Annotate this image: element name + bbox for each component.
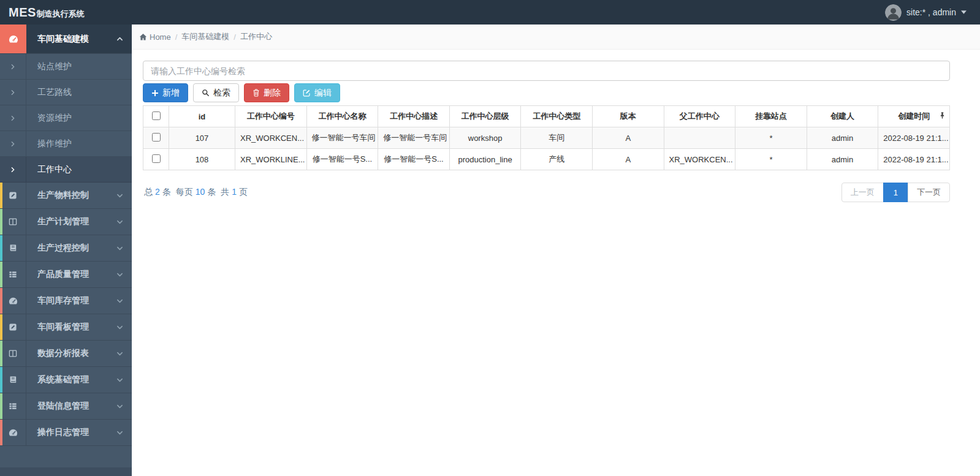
sidebar-group-label: 车间基础建模 — [37, 34, 116, 45]
sidebar-subitem-resource-maintenance[interactable]: 资源维护 — [0, 105, 132, 131]
column-header-creator[interactable]: 创建人 — [807, 106, 878, 127]
gauge-icon — [0, 25, 26, 53]
book-icon — [0, 235, 26, 261]
chevron-down-icon — [116, 403, 123, 410]
edit-icon — [303, 89, 311, 97]
cell-parent: XR_WORKCEN... — [664, 149, 735, 170]
book-icon — [0, 367, 26, 393]
sidebar-group-label: 生产过程控制 — [37, 243, 116, 254]
user-dropdown[interactable]: site:* , admin — [885, 4, 980, 21]
cell-type: 产线 — [521, 149, 593, 170]
cell-name: 修一智能一号车间 — [306, 127, 378, 149]
search-button[interactable]: 检索 — [193, 83, 239, 102]
sidebar-subitem-label: 资源维护 — [26, 105, 132, 130]
main-content: Home / 车间基础建模 / 工作中心 新增 — [132, 25, 980, 476]
edit-button[interactable]: 编辑 — [294, 83, 340, 102]
sidebar-group-workshop-inventory[interactable]: 车间库存管理 — [0, 288, 132, 314]
sidebar-subitem-label: 操作维护 — [26, 131, 132, 156]
chevron-down-icon — [116, 324, 123, 331]
column-header-code[interactable]: 工作中心编号 — [235, 106, 307, 127]
column-header-level[interactable]: 工作中心层级 — [449, 106, 521, 127]
sidebar-group-label: 车间看板管理 — [37, 322, 116, 333]
next-page-button[interactable]: 下一页 — [908, 183, 950, 202]
page-1-button[interactable]: 1 — [883, 183, 908, 202]
sidebar-group-data-analysis[interactable]: 数据分析报表 — [0, 341, 132, 367]
cell-level: workshop — [449, 127, 521, 149]
columns-icon — [0, 341, 26, 366]
sidebar-group-system-base[interactable]: 系统基础管理 — [0, 367, 132, 393]
select-all-checkbox[interactable] — [152, 111, 161, 120]
chevron-down-icon — [116, 245, 123, 252]
sidebar-subitem-operation-maintenance[interactable]: 操作维护 — [0, 131, 132, 157]
columns-icon — [0, 209, 26, 235]
cell-description: 修一智能一号车间 — [378, 127, 450, 149]
chevron-down-icon — [116, 377, 123, 383]
column-header-id[interactable]: id — [169, 106, 235, 127]
chevron-right-icon — [0, 131, 26, 156]
sidebar-subitem-label: 工艺路线 — [26, 80, 132, 105]
sidebar-group-workshop-kanban[interactable]: 车间看板管理 — [0, 314, 132, 341]
cell-parent — [664, 127, 735, 149]
pagination-summary: 总2条 每页10条 共1页 — [143, 187, 249, 198]
column-header-version[interactable]: 版本 — [592, 106, 664, 127]
breadcrumb-level2: 工作中心 — [240, 31, 272, 42]
column-header-name[interactable]: 工作中心名称 — [306, 106, 378, 127]
sidebar-group-production-material[interactable]: 生产物料控制 — [0, 183, 132, 209]
chevron-down-icon — [116, 271, 123, 278]
breadcrumb-separator: / — [234, 32, 236, 42]
user-avatar[interactable] — [885, 4, 902, 21]
chevron-right-icon — [0, 157, 26, 182]
cell-name: 修一智能一号S... — [306, 149, 378, 170]
column-header-description[interactable]: 工作中心描述 — [378, 106, 450, 127]
chevron-down-icon — [116, 298, 123, 304]
cell-id: 108 — [169, 149, 235, 170]
sidebar-group-label: 登陆信息管理 — [37, 401, 116, 412]
sidebar-group-operation-log[interactable]: 操作日志管理 — [0, 420, 132, 446]
plus-icon — [151, 89, 159, 97]
sidebar-group-label: 生产计划管理 — [37, 216, 116, 227]
sidebar-group-production-plan[interactable]: 生产计划管理 — [0, 209, 132, 235]
delete-button[interactable]: 删除 — [244, 83, 289, 102]
row-checkbox[interactable] — [152, 154, 161, 163]
cell-level: production_line — [449, 149, 521, 170]
sidebar-group-workshop-base-modeling[interactable]: 车间基础建模 — [0, 25, 132, 54]
cell-description: 修一智能一号S... — [378, 149, 450, 170]
prev-page-button[interactable]: 上一页 — [841, 183, 884, 202]
column-header-created-time[interactable]: 创建时间 — [878, 106, 950, 127]
breadcrumb-home[interactable]: Home — [139, 32, 171, 42]
cell-type: 车间 — [521, 127, 593, 149]
cell-site: * — [735, 149, 807, 170]
chevron-down-icon — [116, 350, 123, 357]
column-header-parent[interactable]: 父工作中心 — [664, 106, 735, 127]
sidebar-subitem-site-maintenance[interactable]: 站点维护 — [0, 54, 132, 80]
cell-code: XR_WORKCEN... — [235, 127, 307, 149]
cell-site: * — [735, 127, 807, 149]
cell-id: 107 — [169, 127, 235, 149]
pin-icon[interactable] — [940, 112, 945, 121]
sidebar-group-label: 数据分析报表 — [37, 348, 116, 359]
th-list-icon — [0, 262, 26, 287]
sidebar-group-label: 车间库存管理 — [37, 295, 116, 306]
sidebar-group-login-info[interactable]: 登陆信息管理 — [0, 393, 132, 420]
sidebar-subitem-work-center[interactable]: 工作中心 — [0, 157, 132, 183]
table-row: 107 XR_WORKCEN... 修一智能一号车间 修一智能一号车间 work… — [143, 127, 950, 149]
pencil-square-icon — [0, 314, 26, 340]
sidebar-subitem-label: 站点维护 — [26, 54, 132, 79]
user-label: site:* , admin — [906, 7, 956, 17]
sidebar-nav: 车间基础建模 站点维护 工艺路线 资源维护 — [0, 25, 132, 476]
trash-icon — [253, 89, 260, 97]
cell-created-time: 2022-08-19 21:1... — [878, 149, 950, 170]
add-button[interactable]: 新增 — [143, 83, 188, 102]
chevron-right-icon — [0, 54, 26, 79]
app-logo: MES 制造执行系统 — [0, 6, 85, 20]
sidebar-group-product-quality[interactable]: 产品质量管理 — [0, 262, 132, 288]
breadcrumb-level1[interactable]: 车间基础建模 — [181, 31, 229, 42]
work-center-search-input[interactable] — [143, 61, 950, 81]
table-header-row: id 工作中心编号 工作中心名称 工作中心描述 工作中心层级 工作中心类型 版本… — [143, 106, 950, 127]
column-header-type[interactable]: 工作中心类型 — [521, 106, 593, 127]
sidebar-group-production-process[interactable]: 生产过程控制 — [0, 235, 132, 262]
row-checkbox[interactable] — [152, 133, 161, 142]
column-header-site[interactable]: 挂靠站点 — [735, 106, 807, 127]
sidebar-group-label: 系统基础管理 — [37, 374, 116, 385]
sidebar-subitem-process-route[interactable]: 工艺路线 — [0, 80, 132, 105]
